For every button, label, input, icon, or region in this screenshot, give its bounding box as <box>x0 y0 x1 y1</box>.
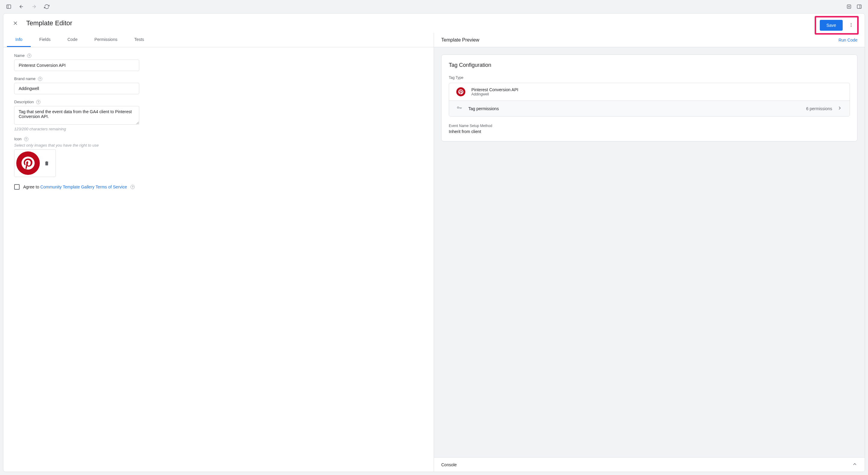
extension-icon[interactable] <box>846 4 852 9</box>
save-button[interactable]: Save <box>820 20 843 31</box>
key-icon <box>456 105 462 112</box>
save-highlight: Save <box>815 16 859 35</box>
browser-toolbar <box>0 0 868 13</box>
tag-type-block: Pinterest Conversion API Addingwell Tag … <box>449 83 850 116</box>
preview-pane: Template Preview Run Code Tag Configurat… <box>434 33 865 472</box>
pinterest-icon <box>456 87 465 96</box>
help-icon[interactable]: ? <box>38 77 42 81</box>
svg-rect-3 <box>857 5 861 8</box>
reload-icon[interactable] <box>44 4 50 9</box>
brand-input[interactable] <box>14 83 139 94</box>
perms-label: Tag permissions <box>468 106 499 111</box>
name-label: Name <box>14 53 25 58</box>
tab-code[interactable]: Code <box>59 33 86 47</box>
back-icon[interactable] <box>19 4 24 9</box>
preview-title: Template Preview <box>441 37 479 43</box>
chevron-right-icon <box>837 105 842 112</box>
agree-checkbox[interactable] <box>14 184 20 190</box>
help-icon[interactable]: ? <box>24 137 28 141</box>
chevron-up-icon <box>852 462 858 468</box>
page-title: Template Editor <box>26 19 72 27</box>
forward-icon[interactable] <box>31 4 37 9</box>
help-icon[interactable]: ? <box>27 54 31 58</box>
app-header: Template Editor Save <box>3 13 865 33</box>
config-title: Tag Configuration <box>449 62 850 68</box>
name-input[interactable] <box>14 60 139 71</box>
desc-textarea[interactable] <box>14 106 139 125</box>
delete-icon[interactable] <box>44 161 50 166</box>
perms-count: 6 permissions <box>806 106 832 111</box>
help-icon[interactable]: ? <box>36 100 40 104</box>
icon-label: Icon <box>14 137 22 141</box>
terms-link[interactable]: Community Template Gallery Terms of Serv… <box>40 184 127 189</box>
more-menu-icon[interactable] <box>849 23 854 28</box>
tag-row: Pinterest Conversion API Addingwell <box>449 83 849 101</box>
tab-bar: Info Fields Code Permissions Tests <box>3 33 434 47</box>
svg-rect-2 <box>847 5 851 8</box>
panel-toggle-icon[interactable] <box>857 4 862 9</box>
svg-point-8 <box>851 24 852 25</box>
config-card: Tag Configuration Tag Type Pinterest Con… <box>441 55 858 141</box>
event-name-label: Event Name Setup Method <box>449 124 850 128</box>
tag-brand: Addingwell <box>471 92 518 96</box>
close-icon[interactable] <box>12 20 19 27</box>
svg-point-9 <box>851 26 852 27</box>
svg-rect-0 <box>7 5 11 8</box>
icon-preview <box>14 149 56 177</box>
tag-type-label: Tag Type <box>449 75 850 80</box>
brand-label: Brand name <box>14 76 36 81</box>
event-name-value: Inherit from client <box>449 129 850 134</box>
char-counter: 123/200 characters remaining <box>14 127 423 131</box>
form-area: Name ? Brand name ? Description ? <box>3 47 434 196</box>
console-bar[interactable]: Console <box>434 457 865 472</box>
desc-label: Description <box>14 100 34 104</box>
console-label: Console <box>441 462 457 467</box>
run-code-button[interactable]: Run Code <box>838 38 858 42</box>
svg-point-7 <box>851 23 852 24</box>
app-window: Template Editor Save Info Fields Code Pe… <box>3 13 865 472</box>
icon-hint: Select only images that you have the rig… <box>14 143 423 147</box>
tab-fields[interactable]: Fields <box>31 33 59 47</box>
tab-info[interactable]: Info <box>7 33 31 47</box>
tag-name: Pinterest Conversion API <box>471 87 518 92</box>
preview-header: Template Preview Run Code <box>434 33 865 47</box>
agree-text: Agree to Community Template Gallery Term… <box>23 184 127 189</box>
tab-tests[interactable]: Tests <box>126 33 153 47</box>
tab-permissions[interactable]: Permissions <box>86 33 126 47</box>
editor-pane: Info Fields Code Permissions Tests Name … <box>3 33 434 472</box>
pinterest-icon <box>16 151 40 175</box>
sidebar-toggle-icon[interactable] <box>6 4 11 9</box>
tag-permissions-row[interactable]: Tag permissions 6 permissions <box>449 101 849 116</box>
help-icon[interactable]: ? <box>130 185 135 189</box>
